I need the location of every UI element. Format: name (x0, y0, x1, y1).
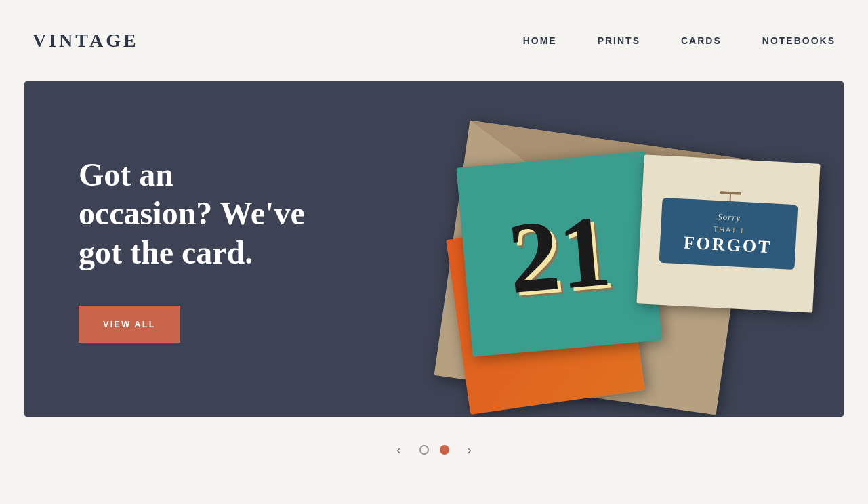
nav-notebooks[interactable]: NOTEBOOKS (762, 35, 835, 46)
nav-prints[interactable]: PRINTS (598, 35, 640, 46)
sorry-card: Sorry THAT I FORGOT (636, 154, 820, 312)
nav-cards[interactable]: CARDS (681, 35, 722, 46)
site-logo[interactable]: VINTAGE (33, 30, 139, 51)
sorry-sign: Sorry THAT I FORGOT (659, 198, 798, 270)
sorry-forgot-text: FORGOT (673, 232, 782, 258)
carousel-pagination: ‹ › (0, 433, 868, 467)
nav-home[interactable]: HOME (523, 35, 557, 46)
next-arrow[interactable]: › (460, 440, 479, 459)
hero-cards-illustration: 21 Sorry THAT I FORGOT (369, 81, 844, 417)
view-all-button[interactable]: VIEW ALL (79, 306, 180, 343)
hero-content: Got an occasion? We've got the card. VIE… (24, 114, 363, 384)
prev-arrow[interactable]: ‹ (390, 440, 409, 459)
main-nav: HOME PRINTS CARDS NOTEBOOKS (523, 35, 835, 46)
hero-title: Got an occasion? We've got the card. (79, 155, 309, 272)
site-header: VINTAGE HOME PRINTS CARDS NOTEBOOKS (0, 0, 868, 81)
hero-section: Got an occasion? We've got the card. VIE… (24, 81, 844, 417)
pagination-dot-1[interactable] (419, 445, 429, 455)
pagination-dot-2[interactable] (440, 445, 449, 455)
twenty-one-card: 21 (456, 151, 661, 356)
card-21-number: 21 (504, 199, 615, 310)
